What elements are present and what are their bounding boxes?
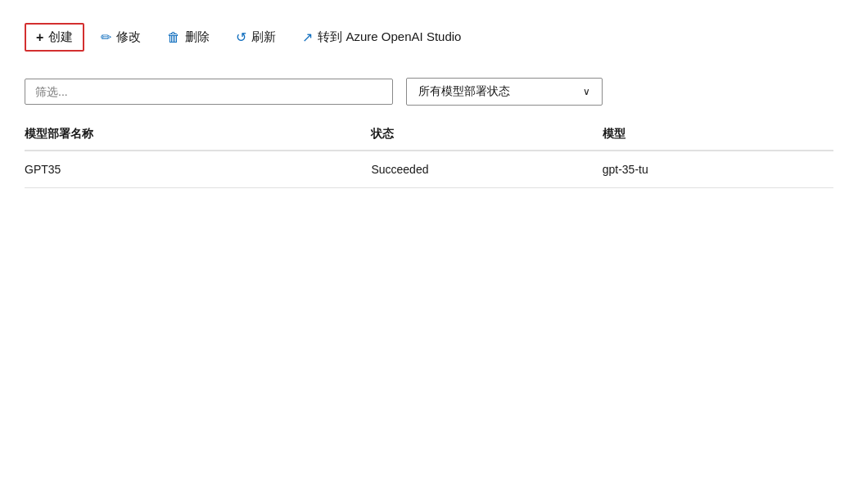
trash-icon: 🗑 (167, 30, 180, 45)
status-dropdown[interactable]: 所有模型部署状态 ∨ (406, 78, 603, 106)
col-header-model: 模型 (603, 127, 833, 142)
external-link-icon: ↗ (302, 29, 313, 45)
edit-icon: ✏ (101, 29, 111, 45)
edit-button[interactable]: ✏ 修改 (91, 25, 151, 50)
create-label: 创建 (48, 29, 73, 45)
toolbar: + 创建 ✏ 修改 🗑 删除 ↺ 刷新 ↗ 转到 Azure OpenAI St… (25, 16, 833, 58)
refresh-button[interactable]: ↺ 刷新 (226, 25, 286, 50)
col-header-status: 状态 (371, 127, 602, 142)
external-link-button[interactable]: ↗ 转到 Azure OpenAI Studio (292, 25, 471, 50)
chevron-down-icon: ∨ (583, 86, 590, 97)
search-input[interactable] (25, 79, 393, 105)
row-model: gpt-35-tu (603, 163, 833, 176)
external-label: 转到 Azure OpenAI Studio (318, 29, 461, 45)
table-row[interactable]: GPT35 Succeeded gpt-35-tu (25, 151, 833, 188)
table-header: 模型部署名称 状态 模型 (25, 119, 833, 151)
row-name: GPT35 (25, 163, 371, 176)
deployments-table: 模型部署名称 状态 模型 GPT35 Succeeded gpt-35-tu (25, 119, 833, 188)
col-header-name: 模型部署名称 (25, 127, 371, 142)
plus-icon: + (36, 30, 43, 45)
status-dropdown-value: 所有模型部署状态 (418, 84, 510, 99)
edit-label: 修改 (116, 29, 141, 45)
filters-row: 所有模型部署状态 ∨ (25, 78, 833, 106)
delete-label: 删除 (185, 29, 210, 45)
create-button[interactable]: + 创建 (25, 23, 84, 52)
refresh-label: 刷新 (251, 29, 276, 45)
delete-button[interactable]: 🗑 删除 (157, 25, 219, 50)
refresh-icon: ↺ (236, 29, 246, 45)
row-status: Succeeded (371, 163, 602, 176)
